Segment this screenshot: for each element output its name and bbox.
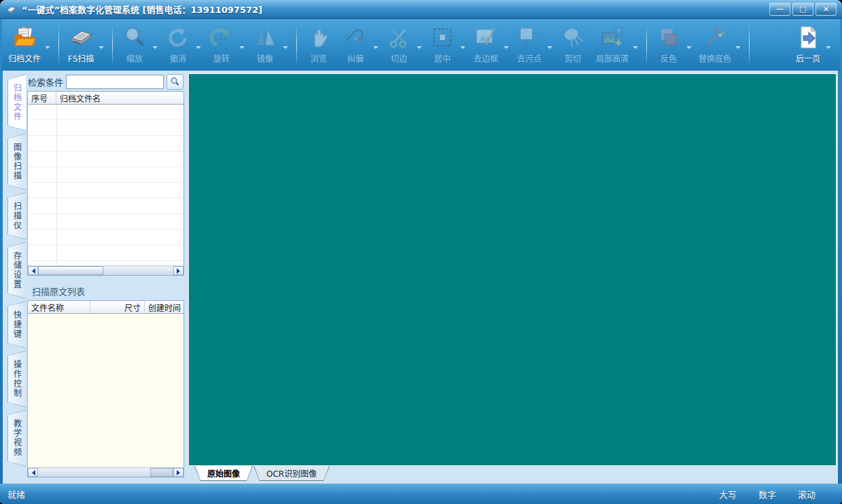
toolbar-button-icon	[209, 25, 234, 50]
scroll-left-button[interactable]	[28, 266, 38, 275]
scroll-left-button[interactable]	[28, 468, 38, 477]
column-header-seq[interactable]: 序号	[28, 92, 56, 105]
dropdown-arrow-icon[interactable]	[196, 46, 201, 52]
tab-tutorial-videos[interactable]: 教学视频	[7, 410, 26, 467]
remove-border-button[interactable]: 去边框	[469, 21, 512, 69]
toolbar-button-face[interactable]: 替换底色	[695, 23, 735, 68]
search-button[interactable]	[166, 74, 183, 90]
next-page-button[interactable]: 后一页	[791, 21, 835, 69]
archive-files-button[interactable]: 归档文件	[5, 21, 54, 69]
dropdown-arrow-icon[interactable]	[283, 46, 288, 52]
scroll-thumb[interactable]	[150, 468, 173, 477]
toolbar-button-icon	[474, 25, 498, 50]
toolbar-button-face[interactable]: 剪切	[556, 23, 590, 68]
scroll-track[interactable]	[38, 266, 173, 275]
remove-stain-button[interactable]: 去污点	[512, 21, 556, 69]
toolbar-button-face[interactable]: F5扫描	[64, 23, 98, 68]
keyboard-indicator: 滚动	[798, 488, 815, 501]
toolbar-button-icon	[561, 25, 585, 50]
partial-hd-button[interactable]: 局部高清	[593, 21, 642, 69]
zoom-button[interactable]: 缩放	[118, 21, 161, 69]
crop-edge-button[interactable]: 切边	[382, 21, 425, 69]
dropdown-arrow-icon[interactable]	[826, 46, 831, 52]
toolbar-button-face[interactable]: 居中	[425, 23, 459, 68]
dropdown-arrow-icon[interactable]	[239, 46, 245, 52]
replace-bg-button[interactable]: 替换底色	[695, 21, 744, 69]
tab-hotkeys[interactable]: 快捷键	[7, 301, 26, 348]
scan-table-body[interactable]	[28, 314, 183, 467]
status-text: 就绪	[7, 488, 25, 501]
sidebar-tab-label: 存储设置	[12, 242, 23, 298]
undo-button[interactable]: 撤消	[161, 21, 205, 69]
tab-image-scan[interactable]: 图像扫描	[7, 133, 26, 190]
dropdown-arrow-icon[interactable]	[460, 46, 466, 52]
column-header-size[interactable]: 尺寸	[90, 301, 145, 314]
tab-original-image[interactable]: 原始图像	[194, 466, 253, 481]
scroll-thumb[interactable]	[38, 266, 103, 275]
toolbar-button-label: 浏览	[311, 52, 327, 64]
center-button[interactable]: 居中	[425, 21, 469, 69]
dropdown-arrow-icon[interactable]	[735, 46, 741, 52]
sidebar-tab-label: 归档文件	[12, 75, 23, 130]
archive-table-header: 序号 归档文件名	[28, 92, 183, 105]
toolbar-button-face[interactable]: 镜像	[248, 23, 282, 68]
toolbar-separator	[296, 25, 297, 65]
dropdown-arrow-icon[interactable]	[417, 46, 422, 52]
dropdown-arrow-icon[interactable]	[547, 46, 552, 52]
toolbar-button-face[interactable]: 撤消	[161, 23, 195, 68]
toolbar-button-icon	[253, 25, 277, 50]
app-icon	[5, 4, 17, 14]
toolbar-button-face[interactable]: 缩放	[118, 23, 152, 68]
image-canvas[interactable]	[189, 74, 836, 465]
dropdown-arrow-icon[interactable]	[99, 46, 104, 52]
deskew-button[interactable]: 纠偏	[338, 21, 382, 69]
browse-button[interactable]: 浏览	[302, 21, 338, 69]
tab-archive-files[interactable]: 归档文件	[7, 74, 26, 131]
sidebar-tab-label: 教学视频	[12, 410, 23, 466]
dropdown-arrow-icon[interactable]	[45, 46, 50, 52]
dropdown-arrow-icon[interactable]	[633, 46, 638, 52]
dropdown-arrow-icon[interactable]	[152, 46, 158, 52]
mirror-button[interactable]: 镜像	[248, 21, 292, 69]
toolbar-button-face[interactable]: 切边	[382, 23, 416, 68]
column-header-filename[interactable]: 归档文件名	[56, 92, 183, 105]
toolbar-button-face[interactable]: 局部高清	[593, 23, 632, 68]
sidebar-tab-label: 快捷键	[12, 302, 23, 348]
archive-table-body[interactable]	[28, 105, 183, 266]
toolbar-button-label: 剪切	[565, 52, 581, 64]
close-button[interactable]: ×	[815, 3, 837, 16]
dropdown-arrow-icon[interactable]	[373, 46, 379, 52]
column-header-created-time[interactable]: 创建时间	[145, 301, 183, 314]
toolbar-button-face[interactable]: 旋转	[205, 23, 239, 68]
toolbar-button-icon	[600, 25, 625, 50]
status-bar: 就绪 大写 数字 滚动	[0, 484, 842, 504]
maximize-button[interactable]: □	[792, 3, 813, 16]
toolbar-button-face[interactable]: 后一页	[791, 23, 825, 68]
tab-storage-settings[interactable]: 存储设置	[7, 242, 26, 299]
scroll-track[interactable]	[38, 468, 173, 477]
rotate-button[interactable]: 旋转	[205, 21, 248, 69]
dropdown-arrow-icon[interactable]	[686, 46, 692, 52]
toolbar-button-face[interactable]: 去污点	[512, 23, 546, 68]
dropdown-arrow-icon[interactable]	[504, 46, 509, 52]
toolbar-button-face[interactable]: 纠偏	[338, 23, 372, 68]
toolbar-button-label: 局部高清	[596, 52, 629, 64]
toolbar-button-icon	[306, 25, 331, 50]
toolbar-button-face[interactable]: 去边框	[469, 23, 503, 68]
sidebar-tab-label: 图像扫描	[12, 134, 23, 190]
toolbar-button-face[interactable]: 浏览	[302, 23, 336, 68]
toolbar-button-face[interactable]: 反色	[652, 23, 686, 68]
search-input[interactable]	[66, 75, 164, 89]
toolbar-button-icon	[430, 25, 455, 50]
scroll-right-button[interactable]	[173, 266, 183, 275]
tab-ocr-image[interactable]: OCR识别图像	[253, 466, 330, 481]
tab-operation-control[interactable]: 操作控制	[7, 350, 26, 408]
minimize-button[interactable]: —	[769, 3, 790, 16]
cut-button[interactable]: 剪切	[556, 21, 593, 69]
scan-f5-button[interactable]: F5扫描	[64, 21, 107, 69]
column-header-file-name[interactable]: 文件名称	[28, 301, 90, 314]
invert-color-button[interactable]: 反色	[652, 21, 695, 69]
scroll-right-button[interactable]	[173, 468, 183, 477]
tab-scanner[interactable]: 扫描仪	[7, 192, 26, 240]
toolbar-button-face[interactable]: 归档文件	[5, 23, 44, 68]
